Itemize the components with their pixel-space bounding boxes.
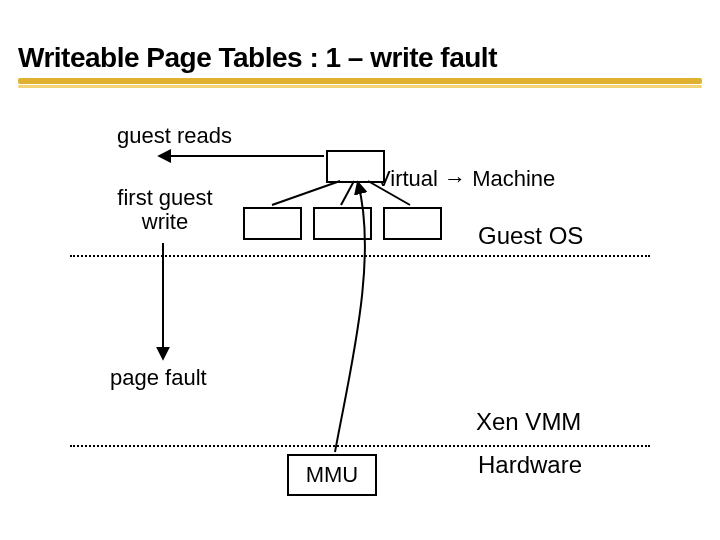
tree-edge-mid [341, 181, 354, 205]
label-guest-reads: guest reads [117, 124, 232, 148]
child-box-3 [383, 207, 442, 240]
top-page-table-box [326, 150, 385, 183]
child-box-2 [313, 207, 372, 240]
child-box-1 [243, 207, 302, 240]
mmu-label: MMU [306, 462, 359, 488]
label-first-guest-write-l1: first guest [105, 186, 225, 210]
slide-title: Writeable Page Tables : 1 – write fault [18, 42, 497, 74]
label-page-fault: page fault [110, 366, 207, 390]
separator-xen-hardware [70, 445, 650, 447]
label-virtual-machine: Virtual → Machine [376, 167, 555, 191]
label-first-guest-write-l2: write [105, 210, 225, 234]
mmu-box: MMU [287, 454, 377, 496]
tree-edge-left [272, 181, 340, 205]
zone-guest-os: Guest OS [478, 222, 583, 250]
title-underline [18, 78, 702, 88]
zone-xen-vmm: Xen VMM [476, 408, 581, 436]
label-first-guest-write: first guest write [105, 186, 225, 234]
separator-guest-xen [70, 255, 650, 257]
zone-hardware: Hardware [478, 451, 582, 479]
